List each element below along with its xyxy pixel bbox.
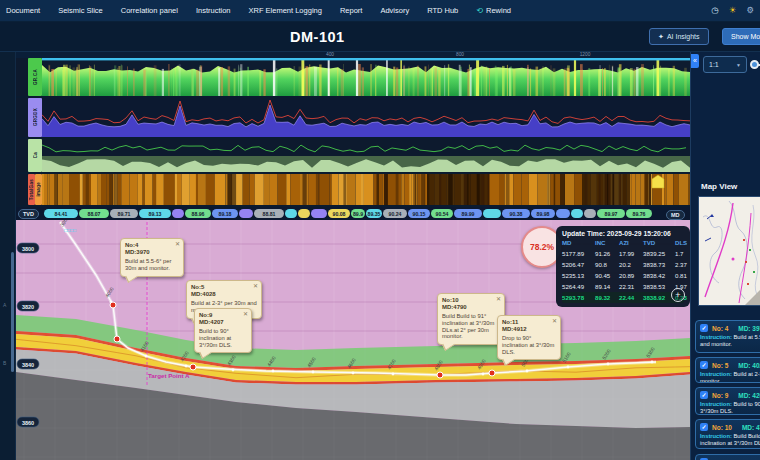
track-tab-image[interactable]: image [35, 174, 42, 205]
map-view-panel[interactable] [698, 196, 760, 306]
sidebar-item-b[interactable]: B [3, 360, 6, 366]
show-mode-button[interactable]: Show Mode [722, 28, 760, 45]
ruler-segment[interactable]: 90.38 [502, 209, 530, 218]
track-tab-grgdx[interactable]: GRGDX [28, 98, 42, 137]
ruler-segment[interactable] [483, 209, 501, 218]
survey-cell: 5235.13 [562, 272, 595, 279]
track-tab-totalgas[interactable]: TotalGas [28, 174, 35, 205]
ruler-segment[interactable]: 89.76 [626, 209, 652, 218]
survey-row[interactable]: 5206.4790.820.23838.732.37 [562, 259, 684, 270]
card-checkbox[interactable]: ✓ [700, 423, 708, 431]
topbar-icons: ◷☀⚙ [711, 6, 754, 15]
survey-col-header: DLS [675, 239, 688, 246]
track-tab-ca[interactable]: Ca [28, 139, 42, 172]
ruler-segment[interactable] [172, 209, 184, 218]
track-tab-grca[interactable]: GR.CA [28, 58, 42, 96]
track-image[interactable]: TotalGas image [16, 174, 690, 205]
instruction-card[interactable]: ✓No: 5MD: 4028Instruction: Build at 2-3°… [695, 357, 760, 383]
close-icon[interactable]: ✕ [253, 283, 258, 290]
ruler-segment[interactable]: 89.99 [454, 209, 482, 218]
menu-item-rtd-hub[interactable]: RTD Hub [427, 6, 458, 15]
md-pill[interactable]: MD [666, 210, 685, 220]
ruler-segment[interactable]: 89.13 [139, 209, 171, 218]
history-clock-icon[interactable]: ◷ [711, 6, 718, 15]
annotation-callout[interactable]: No:10MD:4790Build Build to 91° inclinati… [437, 293, 505, 345]
track-grgdx[interactable]: GRGDX [16, 98, 690, 137]
ruler-segment[interactable] [571, 209, 583, 218]
ruler-segment[interactable] [298, 209, 310, 218]
expand-plus-button[interactable]: + [671, 288, 685, 302]
ruler-segment[interactable]: 88.96 [185, 209, 211, 218]
ruler-segment[interactable]: 89.98 [531, 209, 555, 218]
menu-item-label: Report [340, 6, 363, 15]
instruction-card[interactable]: ✓No: 10MD: 4790Instruction: Build Build … [695, 419, 760, 449]
collapse-panel-button[interactable]: « [691, 54, 699, 68]
ruler-segment[interactable]: 89.18 [212, 209, 238, 218]
ruler-segment[interactable]: 84.41 [44, 209, 78, 218]
survey-point[interactable] [110, 302, 116, 308]
card-instruction: Instruction: Build Build to 91° inclinat… [700, 433, 760, 449]
survey-point[interactable] [114, 336, 120, 342]
ruler-segment[interactable]: 90.15 [408, 209, 430, 218]
survey-row[interactable]: 5293.7889.3222.443838.920.23 [562, 292, 684, 303]
ruler-segment[interactable]: 89.97 [597, 209, 625, 218]
ruler-segment[interactable] [584, 209, 596, 218]
instruction-card[interactable]: ✓No: 4MD: 3970Instruction: Build at 5.5-… [695, 320, 760, 353]
ruler-segment[interactable]: 90.54 [431, 209, 453, 218]
survey-col-header: AZI [619, 239, 643, 246]
zoom-slider[interactable] [751, 64, 760, 66]
ruler-segment[interactable]: 88.07 [79, 209, 109, 218]
ruler-segment[interactable]: 90.24 [383, 209, 407, 218]
card-checkbox[interactable]: ✓ [700, 324, 708, 332]
close-icon[interactable]: ✕ [496, 296, 501, 303]
menu-item-document[interactable]: Document [6, 6, 40, 15]
ruler-segment[interactable]: 90.08 [328, 209, 350, 218]
survey-point[interactable] [489, 370, 495, 376]
menu-item-instruction[interactable]: Instruction [196, 6, 231, 15]
zoom-slider-handle[interactable] [750, 60, 759, 69]
tvd-pill[interactable]: TVD [18, 209, 39, 219]
survey-row[interactable]: 5235.1390.4520.893838.420.81 [562, 270, 684, 281]
menu-item-xrf-element-logging[interactable]: XRF Element Logging [249, 6, 322, 15]
close-icon[interactable]: ✕ [243, 311, 248, 318]
scale-select[interactable]: 1:1 ▼ [703, 56, 747, 73]
theme-sun-icon[interactable]: ☀ [729, 6, 737, 15]
survey-cell: 2.37 [675, 261, 688, 268]
ai-insights-button[interactable]: ✦ AI Insights [649, 28, 709, 45]
cross-section[interactable]: 3800382038403860390040004100420043004400… [16, 220, 690, 460]
survey-point[interactable] [190, 364, 196, 370]
instruction-card[interactable]: ✓No: 11MD: 4912Instruction: Drop to 90° … [695, 454, 760, 460]
ruler-segment[interactable]: 89.35 [366, 209, 382, 218]
ruler-segment[interactable] [239, 209, 253, 218]
close-icon[interactable]: ✕ [175, 241, 180, 248]
survey-point[interactable] [437, 372, 443, 378]
ruler-segment[interactable]: 88.81 [254, 209, 284, 218]
card-checkbox[interactable]: ✓ [700, 391, 708, 399]
ruler-segment[interactable]: 89.71 [110, 209, 138, 218]
track-gr-spectral[interactable]: GR.CA [16, 58, 690, 96]
sidebar-item-a[interactable]: A [3, 302, 6, 308]
annotation-callout[interactable]: No:4MD:3970Build at 5.5-6° per 30m and m… [120, 238, 184, 277]
menu-item-seismic-slice[interactable]: Seismic Slice [58, 6, 103, 15]
survey-row[interactable]: 5177.8991.2617.993839.251.7 [562, 248, 684, 259]
annotation-callout[interactable]: No:9MD:4207Build to 90° inclination at 3… [194, 308, 252, 353]
ruler-segment[interactable] [556, 209, 570, 218]
ruler-segment[interactable]: 89.9 [351, 209, 365, 218]
close-icon[interactable]: ✕ [552, 318, 557, 325]
menu-item-advisory[interactable]: Advisory [380, 6, 409, 15]
menu-item-correlation-panel[interactable]: Correlation panel [121, 6, 178, 15]
ruler-segment[interactable] [285, 209, 297, 218]
menu-item-report[interactable]: Report [340, 6, 363, 15]
instruction-card[interactable]: ✓No: 9MD: 4207Instruction: Build to 90° … [695, 387, 760, 415]
ruler-segment[interactable] [311, 209, 327, 218]
survey-cell: 5264.49 [562, 283, 595, 290]
top-menu-bar: DocumentSeismic SliceCorrelation panelIn… [0, 0, 760, 22]
menu: DocumentSeismic SliceCorrelation panelIn… [6, 6, 511, 15]
settings-gear-icon[interactable]: ⚙ [746, 6, 754, 15]
menu-item-rewind[interactable]: ⟲Rewind [476, 6, 511, 15]
survey-row[interactable]: 5264.4989.1422.313838.531.97 [562, 281, 684, 292]
annotation-callout[interactable]: No:11MD:4912Drop to 90° inclination at 3… [497, 315, 561, 360]
card-checkbox[interactable]: ✓ [700, 361, 708, 369]
track-ca[interactable]: Ca [16, 139, 690, 172]
left-scrollbar[interactable] [11, 252, 14, 372]
